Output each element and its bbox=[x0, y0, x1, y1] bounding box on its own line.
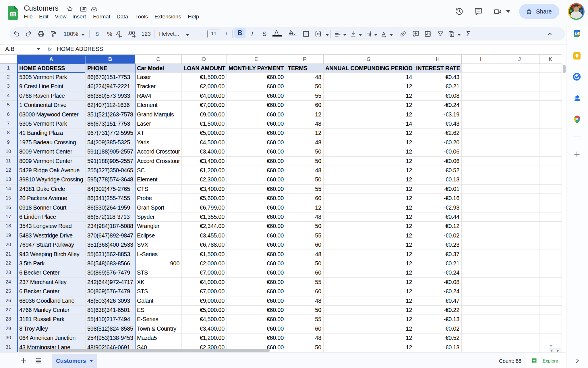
svg-text:31: 31 bbox=[575, 32, 579, 35]
